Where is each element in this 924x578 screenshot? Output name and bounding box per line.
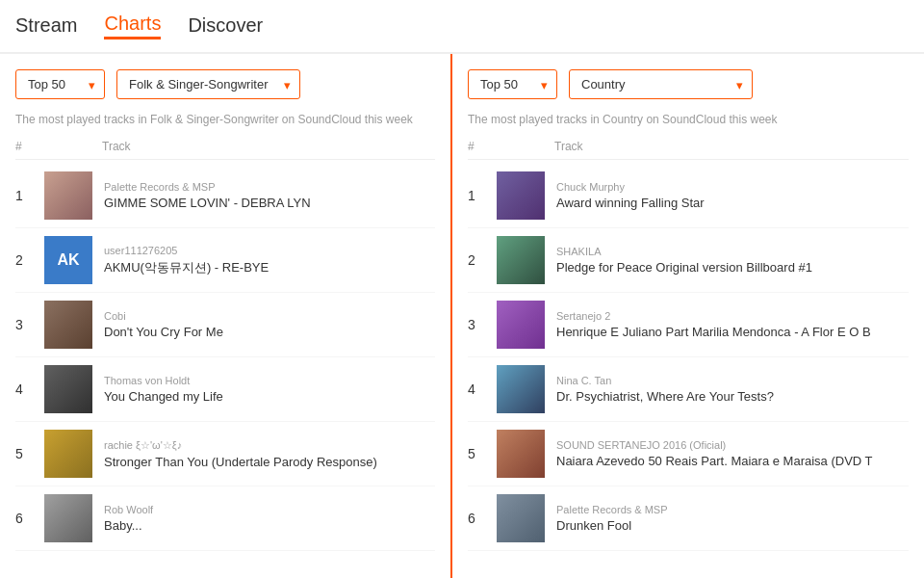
left-chart-type-wrapper: Top 50 Top 10 Top 100 <box>15 69 105 99</box>
right-filters: Top 50 Top 10 Top 100 Country Pop Rock E… <box>468 69 909 99</box>
track-title: Stronger Than You (Undertale Parody Resp… <box>104 455 435 469</box>
track-thumbnail <box>497 494 545 542</box>
track-thumbnail <box>44 430 92 478</box>
track-info: Palette Records & MSP GIMME SOME LOVIN' … <box>92 181 435 210</box>
left-track-list: 1 Palette Records & MSP GIMME SOME LOVIN… <box>15 164 435 551</box>
track-info: SHAKILA Pledge for Peace Original versio… <box>545 246 909 275</box>
track-info: SOUND SERTANEJO 2016 (Oficial) Naiara Az… <box>545 439 909 468</box>
track-row[interactable]: 4 Nina C. Tan Dr. Psychiatrist, Where Ar… <box>468 357 909 422</box>
track-thumbnail <box>44 171 92 220</box>
left-genre-select[interactable]: Folk & Singer-Songwriter Pop Rock Electr… <box>116 69 300 99</box>
track-info: Thomas von Holdt You Changed my Life <box>92 375 435 404</box>
track-title: Don't You Cry For Me <box>104 325 435 339</box>
top-navigation: Stream Charts Discover <box>0 0 924 54</box>
track-title: You Changed my Life <box>104 389 435 404</box>
left-header-track: Track <box>92 140 435 153</box>
track-thumbnail <box>497 301 545 349</box>
nav-charts[interactable]: Charts <box>104 13 161 39</box>
left-chart-type-select[interactable]: Top 50 Top 10 Top 100 <box>15 69 105 99</box>
track-title: GIMME SOME LOVIN' - DEBRA LYN <box>104 196 435 210</box>
track-row[interactable]: 3 Cobi Don't You Cry For Me <box>15 293 435 357</box>
track-rank: 5 <box>468 446 497 461</box>
track-title: Baby... <box>104 518 435 533</box>
right-subtitle: The most played tracks in Country on Sou… <box>468 113 909 126</box>
track-info: user111276205 AKMU(악동뮤지션) - RE-BYE <box>92 245 435 276</box>
track-info: Nina C. Tan Dr. Psychiatrist, Where Are … <box>545 375 909 404</box>
right-chart-type-wrapper: Top 50 Top 10 Top 100 <box>468 69 557 99</box>
track-rank: 1 <box>468 188 497 203</box>
track-rank: 4 <box>468 381 497 397</box>
right-track-list: 1 Chuck Murphy Award winning Falling Sta… <box>468 164 909 551</box>
track-rank: 3 <box>15 317 44 332</box>
track-row[interactable]: 1 Chuck Murphy Award winning Falling Sta… <box>468 164 909 228</box>
track-row[interactable]: 4 Thomas von Holdt You Changed my Life <box>15 357 435 422</box>
track-artist: rachie ξ☆'ω'☆ξ♪ <box>104 439 435 452</box>
track-row[interactable]: 2 SHAKILA Pledge for Peace Original vers… <box>468 228 909 293</box>
track-artist: Thomas von Holdt <box>104 375 435 386</box>
track-row[interactable]: 6 Rob Woolf Baby... <box>15 486 435 551</box>
right-header-num: # <box>468 140 497 153</box>
nav-discover[interactable]: Discover <box>188 14 263 39</box>
track-title: Henrique E Juliano Part Marilia Mendonca… <box>556 325 909 339</box>
track-rank: 2 <box>468 252 497 268</box>
track-row[interactable]: 2 AK user111276205 AKMU(악동뮤지션) - RE-BYE <box>15 228 435 293</box>
track-info: Rob Woolf Baby... <box>92 504 435 533</box>
track-row[interactable]: 6 Palette Records & MSP Drunken Fool <box>468 486 909 551</box>
track-rank: 1 <box>15 188 44 203</box>
track-thumbnail: AK <box>44 236 92 284</box>
track-title: AKMU(악동뮤지션) - RE-BYE <box>104 259 435 276</box>
left-subtitle: The most played tracks in Folk & Singer-… <box>15 113 435 126</box>
track-artist: Palette Records & MSP <box>104 181 435 193</box>
track-artist: Nina C. Tan <box>556 375 909 386</box>
track-info: Sertanejo 2 Henrique E Juliano Part Mari… <box>545 310 909 339</box>
track-rank: 2 <box>15 252 44 268</box>
track-artist: SOUND SERTANEJO 2016 (Oficial) <box>556 439 909 451</box>
right-header-track: Track <box>545 140 909 153</box>
track-thumbnail <box>497 430 545 478</box>
track-title: Naiara Azevedo 50 Reais Part. Maiara e M… <box>556 454 909 468</box>
left-header-num: # <box>15 140 44 153</box>
track-artist: Sertanejo 2 <box>556 310 909 322</box>
track-artist: user111276205 <box>104 245 435 256</box>
track-thumbnail <box>44 365 92 413</box>
track-title: Dr. Psychiatrist, Where Are Your Tests? <box>556 389 909 404</box>
track-info: Cobi Don't You Cry For Me <box>92 310 435 339</box>
track-title: Drunken Fool <box>556 518 909 533</box>
track-rank: 6 <box>468 511 497 526</box>
track-thumbnail <box>497 365 545 413</box>
track-row[interactable]: 5 SOUND SERTANEJO 2016 (Oficial) Naiara … <box>468 422 909 486</box>
track-thumbnail <box>497 171 545 220</box>
track-info: Chuck Murphy Award winning Falling Star <box>545 181 909 210</box>
right-track-list-header: # Track <box>468 140 909 160</box>
track-thumbnail <box>497 236 545 284</box>
right-genre-select[interactable]: Country Pop Rock Electronic Hip-Hop Folk… <box>569 69 753 99</box>
track-thumbnail <box>44 494 92 542</box>
right-panel: Top 50 Top 10 Top 100 Country Pop Rock E… <box>452 54 924 578</box>
left-panel: Top 50 Top 10 Top 100 Folk & Singer-Song… <box>0 54 452 578</box>
track-artist: SHAKILA <box>556 246 909 257</box>
track-title: Pledge for Peace Original version Billbo… <box>556 260 909 275</box>
track-rank: 6 <box>15 511 44 526</box>
content-area: Top 50 Top 10 Top 100 Folk & Singer-Song… <box>0 54 924 578</box>
track-info: Palette Records & MSP Drunken Fool <box>545 504 909 533</box>
nav-stream[interactable]: Stream <box>15 14 77 39</box>
right-genre-wrapper: Country Pop Rock Electronic Hip-Hop Folk… <box>569 69 753 99</box>
track-rank: 5 <box>15 446 44 461</box>
track-artist: Cobi <box>104 310 435 322</box>
left-genre-wrapper: Folk & Singer-Songwriter Pop Rock Electr… <box>116 69 300 99</box>
track-artist: Palette Records & MSP <box>556 504 909 515</box>
left-track-list-header: # Track <box>15 140 435 160</box>
track-rank: 4 <box>15 381 44 397</box>
track-thumbnail <box>44 301 92 349</box>
track-rank: 3 <box>468 317 497 332</box>
right-chart-type-select[interactable]: Top 50 Top 10 Top 100 <box>468 69 557 99</box>
track-info: rachie ξ☆'ω'☆ξ♪ Stronger Than You (Under… <box>92 439 435 469</box>
track-row[interactable]: 5 rachie ξ☆'ω'☆ξ♪ Stronger Than You (Und… <box>15 422 435 486</box>
track-artist: Chuck Murphy <box>556 181 909 193</box>
track-title: Award winning Falling Star <box>556 196 909 210</box>
track-artist: Rob Woolf <box>104 504 435 515</box>
track-row[interactable]: 1 Palette Records & MSP GIMME SOME LOVIN… <box>15 164 435 228</box>
left-filters: Top 50 Top 10 Top 100 Folk & Singer-Song… <box>15 69 435 99</box>
track-row[interactable]: 3 Sertanejo 2 Henrique E Juliano Part Ma… <box>468 293 909 357</box>
